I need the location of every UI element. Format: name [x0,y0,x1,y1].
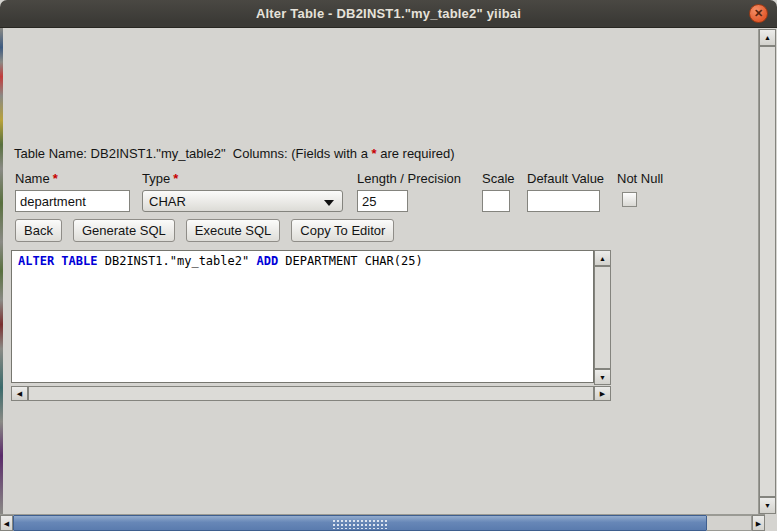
desktop-edge-sliver [0,28,3,514]
sql-hscroll-thumb[interactable] [28,386,594,401]
scroll-down-button[interactable]: ▼ [759,497,776,514]
length-precision-label: Length / Precision [357,171,461,186]
arrow-right-icon: ▶ [600,390,605,397]
action-button-row: Back Generate SQL Execute SQL Copy To Ed… [15,219,394,242]
arrow-up-icon: ▲ [599,255,606,262]
arrow-up-icon: ▲ [764,34,771,41]
sql-text: DEPARTMENT CHAR(25) [278,254,423,268]
required-asterisk: * [173,171,178,186]
scroll-right-button[interactable]: ▶ [594,386,611,401]
sql-keyword: ADD [256,254,278,268]
table-name-text: Table Name: DB2INST1."my_table2" Columns… [14,146,371,161]
dropdown-arrow-icon [324,200,334,206]
table-info-line: Table Name: DB2INST1."my_table2" Columns… [14,146,455,161]
arrow-left-icon: ◀ [4,520,9,527]
scroll-left-button[interactable]: ◀ [11,386,28,401]
arrow-left-icon: ◀ [17,390,22,397]
scroll-up-button[interactable]: ▲ [594,250,611,266]
name-label: Name* [15,171,58,186]
generate-sql-button[interactable]: Generate SQL [73,219,175,242]
not-null-label: Not Null [617,171,663,186]
back-button[interactable]: Back [15,219,62,242]
window-hscroll-thumb[interactable] [13,515,707,531]
default-value-label: Default Value [527,171,604,186]
scrollbar-grip-icon [332,519,388,529]
scroll-down-button[interactable]: ▼ [594,369,611,385]
required-asterisk: * [53,171,58,186]
name-input[interactable] [15,190,130,212]
scrollbar-corner [765,514,777,531]
scroll-left-button[interactable]: ◀ [0,515,13,531]
sql-vscroll-thumb[interactable] [594,266,611,369]
sql-vertical-scrollbar[interactable]: ▲ ▼ [594,250,611,385]
window-horizontal-scrollbar[interactable]: ◀ ▶ [0,514,765,531]
scale-input[interactable] [482,190,510,212]
close-icon: ✕ [754,8,763,19]
default-value-input[interactable] [527,190,600,212]
sql-text: DB2INST1."my_table2" [97,254,256,268]
sql-keyword: ALTER TABLE [18,254,97,268]
type-select-value: CHAR [149,194,186,209]
sql-horizontal-scrollbar[interactable]: ◀ ▶ [11,386,611,401]
not-null-checkbox[interactable] [622,192,637,207]
window-vscroll-thumb[interactable] [759,46,776,497]
arrow-down-icon: ▼ [764,502,771,509]
length-precision-input[interactable] [357,190,408,212]
hscroll-track[interactable] [707,515,752,531]
sql-editor[interactable]: ALTER TABLE DB2INST1."my_table2" ADD DEP… [11,250,594,383]
title-bar: Alter Table - DB2INST1."my_table2" yiiba… [0,0,777,28]
arrow-right-icon: ▶ [756,520,761,527]
window-title: Alter Table - DB2INST1."my_table2" yiiba… [256,6,521,21]
execute-sql-button[interactable]: Execute SQL [186,219,281,242]
type-label: Type* [142,171,178,186]
type-select[interactable]: CHAR [142,190,343,212]
close-button[interactable]: ✕ [749,4,768,23]
scroll-up-button[interactable]: ▲ [759,29,776,46]
scroll-right-button[interactable]: ▶ [752,515,765,531]
window-vertical-scrollbar[interactable]: ▲ ▼ [758,29,776,514]
sql-editor-panel: ALTER TABLE DB2INST1."my_table2" ADD DEP… [11,250,611,401]
scale-label: Scale [482,171,515,186]
copy-to-editor-button[interactable]: Copy To Editor [291,219,394,242]
required-note-text: are required) [377,146,455,161]
arrow-down-icon: ▼ [599,374,606,381]
